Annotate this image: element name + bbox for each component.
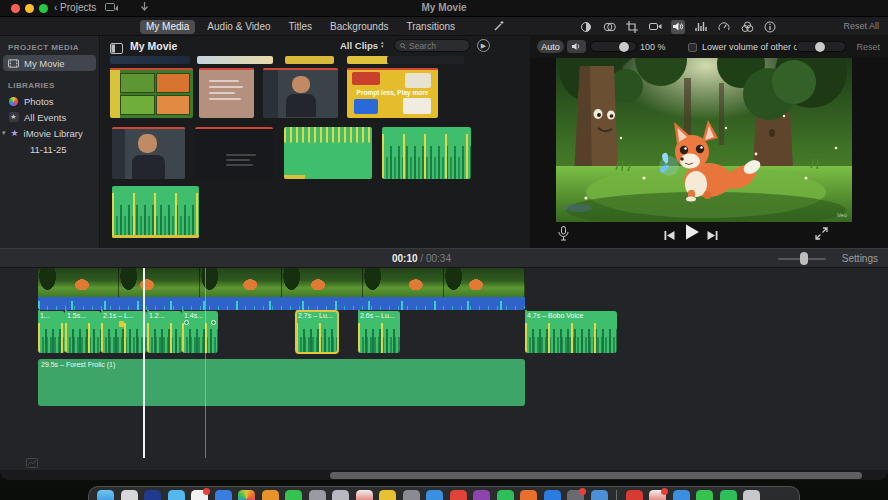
dock-icon[interactable] (215, 490, 232, 500)
background-music-clip[interactable]: 29.5s – Forest Frolic (1) (38, 359, 525, 406)
dock-icon[interactable] (309, 490, 326, 500)
dock-icon[interactable] (238, 490, 255, 500)
media-thumbnail-webcam-2[interactable] (112, 127, 185, 179)
sidebar-item-event-date[interactable]: 11-11-25 (0, 141, 99, 157)
sidebar-item-photos[interactable]: Photos (0, 93, 99, 109)
dock-icon[interactable] (426, 490, 443, 500)
dock-icon[interactable] (191, 490, 208, 500)
skip-back-icon[interactable] (664, 227, 675, 245)
media-thumbnail-fox-collage[interactable] (110, 68, 193, 118)
lower-volume-checkbox[interactable] (688, 43, 697, 52)
media-thumbnail-promo[interactable]: Prompt less, Play more (347, 68, 438, 118)
continuous-playback-icon[interactable]: ▶ (477, 39, 490, 52)
sidebar-item-all-events[interactable]: ★ All Events (0, 109, 99, 125)
all-clips-filter[interactable]: All Clips ▴▾ (340, 40, 384, 51)
info-icon[interactable] (763, 20, 777, 34)
dock-icon-trash[interactable] (743, 490, 760, 500)
dock-icon[interactable] (403, 490, 420, 500)
auto-volume-button[interactable]: Auto (537, 40, 564, 53)
volume-slider[interactable] (590, 41, 637, 52)
tab-audio-video[interactable]: Audio & Video (201, 20, 276, 34)
fade-handle[interactable] (211, 320, 216, 325)
dock-icon[interactable] (567, 490, 584, 500)
audio-clip[interactable]: 1.5s... (65, 311, 101, 353)
media-thumbnail[interactable] (285, 56, 334, 64)
audio-clip[interactable]: 1.2... (147, 311, 182, 353)
dock-icon[interactable] (97, 490, 114, 500)
play-button[interactable] (685, 224, 700, 244)
crop-icon[interactable] (625, 20, 639, 34)
media-thumbnail-terminal[interactable] (195, 127, 273, 179)
tab-transitions[interactable]: Transitions (400, 20, 461, 34)
dock-icon[interactable] (332, 490, 349, 500)
timeline-settings-button[interactable]: Settings (842, 253, 878, 264)
macos-dock (88, 486, 800, 500)
video-clip-audio-track[interactable] (38, 297, 525, 310)
dock-icon[interactable] (520, 490, 537, 500)
clip-filter-icon[interactable] (740, 20, 754, 34)
color-correction-icon[interactable] (579, 20, 593, 34)
sidebar-item-my-movie[interactable]: My Movie (3, 55, 96, 71)
tab-titles[interactable]: Titles (283, 20, 319, 34)
photos-pinwheel-icon (8, 97, 19, 106)
dock-icon[interactable] (473, 490, 490, 500)
lower-volume-slider[interactable] (796, 41, 846, 52)
volume-slider-knob[interactable] (619, 42, 629, 52)
media-thumbnail-notes[interactable] (199, 68, 254, 118)
dock-icon[interactable] (121, 490, 138, 500)
disclosure-chevron-icon[interactable]: ▾ (2, 129, 6, 137)
noise-reduction-icon[interactable] (694, 20, 708, 34)
stabilization-icon[interactable] (648, 20, 662, 34)
playhead[interactable] (143, 268, 145, 458)
audio-clip[interactable]: 1.4s... (182, 311, 218, 353)
sidebar-item-imovie-library[interactable]: ▾ ★ iMovie Library (0, 125, 99, 141)
audio-clip[interactable]: 4.7s – Bobo Voice (525, 311, 617, 353)
enhance-magic-wand-icon[interactable] (492, 19, 506, 33)
scrollbar-thumb[interactable] (330, 472, 862, 479)
dock-icon[interactable] (450, 490, 467, 500)
search-input[interactable] (409, 41, 464, 51)
dock-icon[interactable] (379, 490, 396, 500)
reset-button[interactable]: Reset (856, 42, 880, 52)
dock-icon[interactable] (673, 490, 690, 500)
lower-volume-slider-knob[interactable] (815, 42, 825, 52)
media-thumbnail[interactable] (387, 56, 464, 64)
dock-icon[interactable] (696, 490, 713, 500)
tab-my-media[interactable]: My Media (140, 20, 195, 34)
speed-icon[interactable] (717, 20, 731, 34)
fade-handle[interactable] (184, 320, 189, 325)
timeline-horizontal-scrollbar[interactable] (0, 470, 888, 480)
dock-icon[interactable] (168, 490, 185, 500)
media-thumbnail[interactable] (197, 56, 273, 64)
dock-icon[interactable] (262, 490, 279, 500)
media-thumbnail[interactable] (110, 56, 190, 64)
dock-icon[interactable] (356, 490, 373, 500)
audio-clip-selected[interactable]: 2.7s – Lu... (296, 311, 338, 353)
reset-all-button[interactable]: Reset All (843, 21, 879, 31)
dock-icon[interactable] (591, 490, 608, 500)
audio-clip[interactable]: 2.1s – L... (101, 311, 147, 353)
media-thumbnail-webcam[interactable] (263, 68, 338, 118)
mute-button[interactable] (567, 40, 586, 53)
skip-forward-icon[interactable] (707, 227, 718, 245)
audio-clip[interactable]: 1... (38, 311, 65, 353)
dock-icon[interactable] (544, 490, 561, 500)
voiceover-mic-icon[interactable] (558, 226, 569, 245)
color-balance-icon[interactable] (602, 20, 616, 34)
search-field[interactable] (394, 39, 470, 52)
tab-backgrounds[interactable]: Backgrounds (324, 20, 394, 34)
fullscreen-icon[interactable] (815, 226, 828, 244)
volume-icon[interactable] (671, 20, 685, 34)
video-clip-filmstrip[interactable] (38, 268, 525, 297)
dock-icon[interactable] (144, 490, 161, 500)
dock-icon[interactable] (497, 490, 514, 500)
dock-icon[interactable] (285, 490, 302, 500)
dock-icon[interactable] (626, 490, 643, 500)
dock-icon[interactable] (720, 490, 737, 500)
media-thumbnail-audio-1[interactable] (284, 127, 372, 179)
media-thumbnail-audio-3[interactable] (112, 186, 199, 238)
audio-clip[interactable]: 2.6s – Lu... (358, 311, 400, 353)
clip-size-slider-knob[interactable] (800, 252, 808, 265)
dock-icon[interactable] (649, 490, 666, 500)
media-thumbnail-audio-2[interactable] (382, 127, 471, 179)
